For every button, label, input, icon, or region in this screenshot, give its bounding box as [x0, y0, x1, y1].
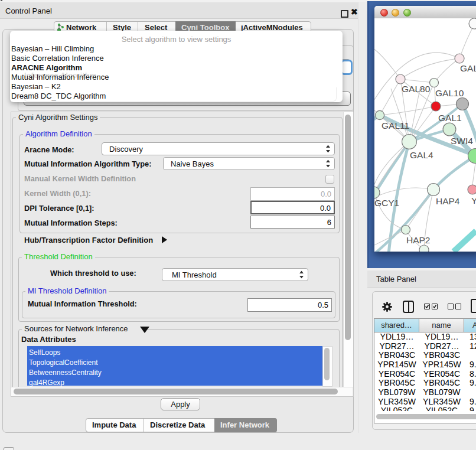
svg-text:GAL80: GAL80 — [402, 84, 431, 94]
svg-text:GAL11: GAL11 — [382, 120, 409, 131]
svg-text:HAP4: HAP4 — [436, 196, 460, 206]
svg-text:GCY1: GCY1 — [374, 198, 399, 208]
svg-text:GAL7: GAL7 — [460, 63, 476, 73]
svg-text:GAL4: GAL4 — [410, 150, 433, 160]
svg-text:YB: YB — [471, 195, 476, 206]
svg-text:GAL10: GAL10 — [435, 88, 464, 98]
svg-text:GAL1: GAL1 — [438, 113, 462, 123]
svg-text:HAP2: HAP2 — [406, 235, 431, 245]
svg-text:SWI4: SWI4 — [451, 136, 473, 146]
